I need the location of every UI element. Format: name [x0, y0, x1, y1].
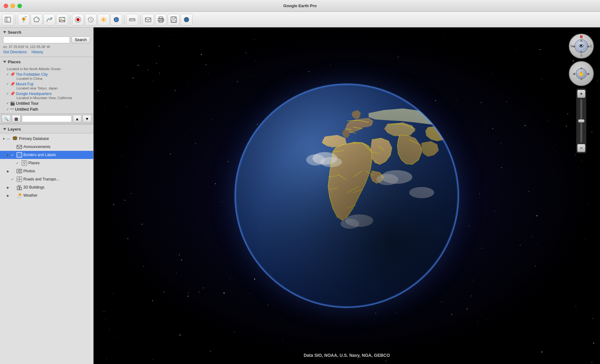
list-item[interactable]: ✓ 📌 Mount Fuji Located near Tokyo, Japan: [0, 81, 93, 91]
layer-buildings-icon: [16, 184, 22, 190]
google-hq-link[interactable]: Google Headquarters: [16, 92, 52, 96]
places-list: Located in the North Atlantic Ocean ✓ 📌 …: [0, 66, 93, 113]
sky-button[interactable]: [110, 14, 122, 26]
history-link[interactable]: History: [31, 50, 43, 54]
search-button[interactable]: Search: [71, 36, 90, 43]
place-pin-icon: 📌: [10, 82, 15, 86]
place-pin-icon: 📌: [10, 91, 15, 96]
google-maps-button[interactable]: [181, 14, 192, 26]
add-polygon-button[interactable]: [31, 14, 42, 26]
pan-down-button[interactable]: ▼: [580, 78, 583, 81]
pan-control[interactable]: ✋ ▲ ▼ ◀ ▶: [569, 61, 594, 86]
svg-line-24: [102, 17, 102, 18]
place-row: ✓ 🎬 Untitled Tour: [6, 101, 90, 106]
search-hint: ex: 37 25.818' N, 122 05.36' W: [3, 45, 90, 49]
compass-left-button[interactable]: ◀: [573, 45, 575, 48]
compass[interactable]: N S W E 👁 ▲ ▼ ◀ ▶: [569, 34, 594, 59]
expand-3d: ▶: [6, 185, 10, 189]
pan-left-button[interactable]: ◀: [573, 72, 575, 75]
layer-weather-icon: [16, 192, 22, 199]
add-path-button[interactable]: [43, 14, 55, 26]
layer-places[interactable]: ✓ Places: [0, 159, 93, 167]
compass-right-button[interactable]: ▶: [588, 45, 590, 48]
list-item[interactable]: ✓ 📌 The Forbidden City Located in China: [0, 71, 93, 81]
move-up-button[interactable]: ▲: [73, 115, 82, 122]
layers-header[interactable]: Layers: [0, 124, 93, 133]
places-title: Places: [8, 60, 21, 64]
places-collapse-icon: [3, 61, 6, 63]
historical-button[interactable]: [85, 14, 97, 26]
layer-primary-database[interactable]: ▼ — Primary Database: [0, 135, 93, 143]
compass-up-button[interactable]: ▲: [580, 39, 583, 42]
svg-point-9: [37, 17, 39, 19]
layer-weather[interactable]: ▶ Weather: [0, 191, 93, 199]
places-text-input[interactable]: [22, 115, 72, 122]
svg-point-42: [162, 19, 163, 20]
pan-up-button[interactable]: ▲: [580, 66, 583, 69]
toolbar: [0, 12, 600, 27]
zoom-slider-thumb[interactable]: [578, 119, 584, 122]
list-item[interactable]: ✓ 📌 Google Headquarters Located in Mount…: [0, 91, 93, 100]
pan-hand-icon: ✋: [578, 71, 584, 77]
layer-roads-icon: [16, 176, 22, 182]
zoom-slider-track: [580, 99, 582, 143]
untitled-path-label: Untitled Path: [15, 107, 38, 112]
place-row: ✓ 📌 Mount Fuji Located near Tokyo, Japan: [6, 82, 90, 90]
layer-photos[interactable]: ▶ Photos: [0, 167, 93, 175]
weather-label: Weather: [23, 193, 91, 198]
svg-line-26: [105, 17, 105, 18]
ruler-button[interactable]: [126, 14, 138, 26]
roads-label: Roads and Transpo...: [23, 177, 91, 181]
map-area[interactable]: Data SIO, NOAA, U.S. Navy, NGA, GEBCO N …: [94, 27, 600, 364]
maximize-button[interactable]: [17, 4, 22, 8]
move-down-button[interactable]: ▼: [83, 115, 91, 122]
layer-borders-labels[interactable]: ▶ ✓ Borders and Labels: [0, 151, 93, 159]
close-button[interactable]: [4, 4, 8, 8]
layer-db-icon: [12, 136, 18, 142]
zoom-in-button[interactable]: +: [577, 90, 585, 98]
add-image-button[interactable]: [56, 14, 68, 26]
places-header[interactable]: Places: [0, 57, 93, 66]
print-button[interactable]: [155, 14, 167, 26]
mount-fuji-link[interactable]: Mount Fuji: [16, 82, 33, 86]
earth-container: [94, 27, 600, 364]
add-placemark-button[interactable]: [18, 14, 30, 26]
announcements-label: Announcements: [23, 145, 91, 149]
get-directions-link[interactable]: Get Directions: [3, 50, 27, 54]
search-input[interactable]: [3, 36, 70, 43]
search-places-button[interactable]: 🔍: [2, 115, 11, 122]
layer-3d-buildings[interactable]: ▶ 3D Buildings: [0, 183, 93, 191]
sidebar-toggle-button[interactable]: [2, 14, 14, 26]
expand-photos: ▶: [6, 169, 10, 173]
3d-buildings-label: 3D Buildings: [23, 185, 91, 189]
place-subtitle: Located in the North Atlantic Ocean: [7, 67, 90, 71]
svg-line-25: [105, 21, 105, 22]
list-item[interactable]: Located in the North Atlantic Ocean: [0, 66, 93, 71]
svg-point-19: [102, 18, 105, 21]
list-item[interactable]: ✓ 🎬 Untitled Tour: [0, 100, 93, 106]
sidebar: Search Search ex: 37 25.818' N, 122 05.3…: [0, 27, 94, 364]
layer-roads[interactable]: ✓ Roads and Transpo...: [0, 175, 93, 183]
globe[interactable]: [235, 84, 459, 308]
expand-weather: ▶: [6, 194, 10, 197]
zoom-out-button[interactable]: −: [577, 144, 585, 152]
svg-point-55: [23, 161, 25, 163]
toolbar-separator-4: [140, 15, 140, 24]
compass-down-button[interactable]: ▼: [580, 50, 583, 54]
toggle-folder-button[interactable]: ▦: [12, 115, 21, 122]
layer-places-icon: [21, 160, 27, 166]
minimize-button[interactable]: [11, 4, 15, 8]
layer-announcements[interactable]: Announcements: [0, 143, 93, 151]
email-button[interactable]: [142, 14, 154, 26]
search-header[interactable]: Search: [3, 30, 90, 35]
record-tour-button[interactable]: [72, 14, 84, 26]
layer-check-places: ✓: [16, 161, 20, 165]
forbidden-city-link[interactable]: The Forbidden City: [16, 72, 48, 77]
save-image-button[interactable]: [168, 14, 180, 26]
list-item[interactable]: ✓ 〰 Untitled Path: [0, 106, 93, 112]
svg-rect-38: [145, 18, 151, 22]
place-row: ✓ 📌 Google Headquarters Located in Mount…: [6, 91, 90, 100]
pan-right-button[interactable]: ▶: [588, 72, 590, 75]
toolbar-separator-3: [124, 15, 124, 24]
sunlight-button[interactable]: [98, 14, 109, 26]
